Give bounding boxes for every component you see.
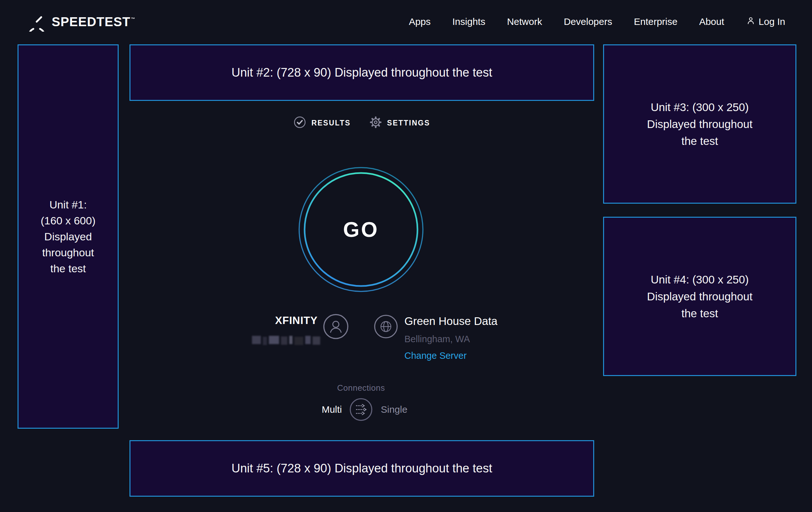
ad-unit-1-text: Unit #1: (160 x 600) Displayed throughou… [41,197,96,276]
tab-settings[interactable]: SETTINGS [369,116,430,130]
connections-label: Connections [289,383,433,393]
ad-unit-5-text: Unit #5: (728 x 90) Displayed throughout… [232,462,492,475]
nav-item-enterprise[interactable]: Enterprise [634,16,677,27]
connections-single-label[interactable]: Single [381,404,407,415]
trademark-mark: ™ [131,17,136,21]
nav-item-developers[interactable]: Developers [564,16,612,27]
tab-results-label: RESULTS [311,119,350,127]
speedtest-logo[interactable]: SPEEDTEST™ [27,12,136,32]
login-button[interactable]: Log In [746,16,785,28]
connections-toggle[interactable] [349,398,373,421]
speedometer-icon [27,12,47,32]
server-name: Green House Data [404,315,497,327]
main-navigation: Apps Insights Network Developers Enterpr… [409,16,785,28]
ad-unit-2-text: Unit #2: (728 x 90) Displayed throughout… [232,66,492,79]
ad-unit-3-text: Unit #3: (300 x 250) Displayed throughou… [647,99,753,150]
check-circle-icon [293,116,306,130]
ad-unit-1-skyscraper[interactable]: Unit #1: (160 x 600) Displayed throughou… [18,44,119,429]
globe-circle-icon [374,315,398,340]
go-button[interactable]: GO [297,166,425,293]
server-location: Bellingham, WA [404,334,470,344]
change-server-link[interactable]: Change Server [404,350,467,361]
login-label: Log In [759,16,785,27]
go-button-label: GO [297,166,425,293]
multi-connection-arrows-icon [349,398,373,421]
connections-multi-label[interactable]: Multi [278,404,342,415]
top-nav-bar: SPEEDTEST™ Apps Insights Network Develop… [0,0,812,44]
gear-icon [369,116,382,130]
speedtest-page: SPEEDTEST™ Apps Insights Network Develop… [0,0,812,512]
nav-item-insights[interactable]: Insights [452,16,485,27]
nav-item-about[interactable]: About [699,16,724,27]
ad-unit-5-leaderboard[interactable]: Unit #5: (728 x 90) Displayed throughout… [129,440,594,497]
ad-unit-2-leaderboard[interactable]: Unit #2: (728 x 90) Displayed throughout… [129,44,594,101]
redacted-ip-address [250,336,318,345]
isp-user-circle-icon [323,314,349,341]
isp-name[interactable]: XFINITY [241,315,318,327]
ad-unit-4-rectangle[interactable]: Unit #4: (300 x 250) Displayed throughou… [603,217,796,376]
ad-unit-4-text: Unit #4: (300 x 250) Displayed throughou… [647,271,753,322]
brand-wordmark: SPEEDTEST™ [52,15,136,29]
nav-item-network[interactable]: Network [507,16,542,27]
user-icon [746,16,756,28]
nav-item-apps[interactable]: Apps [409,16,431,27]
tab-results[interactable]: RESULTS [293,116,350,130]
tab-settings-label: SETTINGS [387,119,430,127]
results-settings-tabs: RESULTS SETTINGS [129,114,594,132]
ad-unit-3-rectangle[interactable]: Unit #3: (300 x 250) Displayed throughou… [603,44,796,204]
